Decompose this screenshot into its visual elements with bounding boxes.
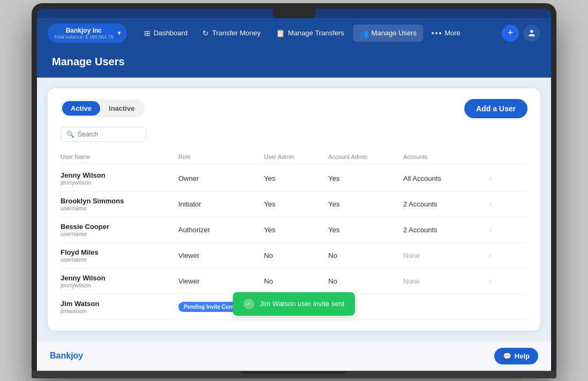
row-chevron: › [489,250,505,260]
user-admin-value: Yes [264,174,275,182]
account-admin-value: No [328,277,337,285]
tab-inactive[interactable]: Inactive [100,101,143,116]
user-admin-value: Yes [264,200,275,208]
footer: Bankjoy 💬 Help [37,341,551,371]
nav-item-transfer-money[interactable]: ↻ Transfer Money [196,25,267,42]
user-admin-cell: Yes [264,225,328,234]
role-value: Initiator [178,200,201,208]
role-cell: Viewer [178,276,264,286]
laptop-screen: Bankjoy Inc Total balance: $ 189,864.78 … [37,9,551,371]
profile-button[interactable] [523,25,540,42]
user-name: Jenny Wilson [61,274,178,282]
accounts-value: 2 Accounts [403,226,438,234]
search-icon: 🔍 [66,131,74,138]
user-username: username [61,205,178,211]
user-admin-cell: No [264,276,328,286]
accounts-value: None [403,277,420,285]
user-username: jimwatson [61,308,178,314]
role-cell: Viewer [178,250,264,260]
chevron-right-icon: › [489,277,492,285]
accounts-value: None [403,252,420,260]
accounts-value: 2 Accounts [403,200,438,208]
search-input[interactable] [78,131,140,138]
accounts-cell: 2 Accounts [403,225,489,234]
user-username: username [61,231,178,237]
account-admin-cell: No [328,276,403,286]
account-admin-cell: Yes [328,199,403,209]
role-value: Viewer [178,252,200,260]
toast-check-icon: ✓ [244,299,254,309]
col-header-account-admin: Account Admin [328,154,403,160]
role-value: Authorizer [178,226,210,234]
more-icon [432,32,441,34]
role-value: Viewer [178,277,200,285]
add-user-button[interactable]: Add a User [464,99,527,118]
search-bar: 🔍 [61,127,146,142]
account-admin-cell: Yes [328,173,403,183]
help-icon: 💬 [503,352,511,360]
user-name-cell: Brooklyn Simmonsusername [61,197,178,211]
account-admin-value: No [328,252,337,260]
user-name: Floyd Miles [61,248,178,256]
user-name: Jenny Wilson [61,171,178,179]
page-title: Manage Users [52,56,536,68]
accounts-cell: All Accounts [403,173,489,183]
toast-message: Jim Watson user invite sent [260,300,344,308]
account-admin-value: Yes [328,174,340,182]
table-header: User Name Role User Admin Account Admin … [61,150,527,164]
laptop-container: Bankjoy Inc Total balance: $ 189,864.78 … [32,3,556,378]
page-header: Manage Users [37,48,551,78]
users-icon: 👥 [359,29,368,37]
chevron-right-icon: › [489,225,492,234]
account-admin-value: Yes [328,226,340,234]
user-name: Bessie Cooper [61,223,178,231]
page-content: Active Inactive Add a User 🔍 User Name R… [37,78,551,341]
chevron-down-icon: ▾ [118,30,120,36]
role-cell: Initiator [178,199,264,209]
user-name-cell: Bessie Cooperusername [61,223,178,237]
user-name-cell: Jim Watsonjimwatson [61,300,178,314]
chevron-right-icon: › [489,200,492,208]
chevron-right-icon: › [489,174,492,182]
col-header-action [489,154,505,160]
total-balance: Total balance: $ 189,864.78 [54,34,114,40]
role-cell: Authorizer [178,225,264,234]
laptop-notch [273,9,315,18]
table-row[interactable]: Bessie CooperusernameAuthorizerYesYes2 A… [61,217,527,243]
nav-item-manage-users[interactable]: 👥 Manage Users [353,25,424,42]
nav-item-more[interactable]: More [425,25,467,41]
user-admin-cell: Yes [264,173,328,183]
user-username: jennywilson [61,282,178,288]
table-row[interactable]: Jenny WilsonjennywilsonViewerNoNoNone› [61,269,527,294]
add-button[interactable]: + [502,25,519,42]
brand-button[interactable]: Bankjoy Inc Total balance: $ 189,864.78 … [48,24,127,43]
tab-active[interactable]: Active [62,101,100,116]
help-button[interactable]: 💬 Help [494,348,538,364]
chevron-right-icon: › [489,251,492,260]
transfer-icon: ↻ [202,29,209,37]
account-admin-cell: Yes [328,225,403,234]
user-admin-value: No [264,252,273,260]
transfers-icon: 📋 [276,29,285,37]
table-row[interactable]: Jenny WilsonjennywilsonOwnerYesYesAll Ac… [61,166,527,192]
dashboard-icon: ⊞ [144,29,150,37]
toast-notification: ✓ Jim Watson user invite sent [233,292,355,316]
role-cell: Owner [178,173,264,183]
accounts-value: All Accounts [403,174,441,182]
account-admin-cell: No [328,250,403,260]
nav-item-manage-transfers[interactable]: 📋 Manage Transfers [269,25,351,42]
user-name-cell: Jenny Wilsonjennywilson [61,274,178,288]
col-header-user-admin: User Admin [264,154,328,160]
table-row[interactable]: Brooklyn SimmonsusernameInitiatorYesYes2… [61,192,527,217]
company-name: Bankjoy Inc [54,27,114,34]
tabs-container: Active Inactive [61,100,145,117]
users-card: Active Inactive Add a User 🔍 User Name R… [48,88,540,331]
navbar: Bankjoy Inc Total balance: $ 189,864.78 … [37,18,551,48]
account-admin-value: Yes [328,200,340,208]
table-row[interactable]: Floyd MilesusernameViewerNoNoNone› [61,243,527,269]
user-name-cell: Floyd Milesusername [61,248,178,263]
role-value: Owner [178,174,199,182]
profile-icon [527,29,536,37]
laptop-base [32,371,556,378]
nav-item-dashboard[interactable]: ⊞ Dashboard [138,25,194,42]
